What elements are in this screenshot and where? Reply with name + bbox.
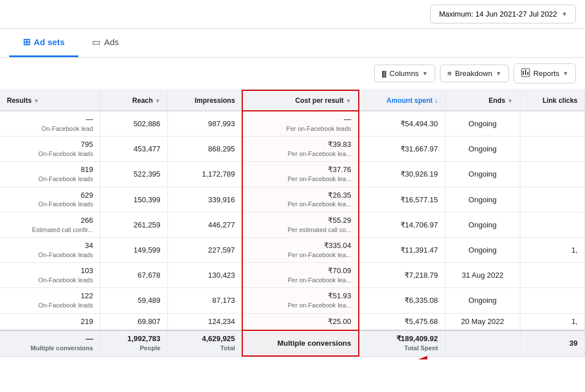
total-impressions: 4,629,925 Total bbox=[167, 330, 242, 356]
tab-ads-label: Ads bbox=[104, 37, 119, 47]
date-range-button[interactable]: Maximum: 14 Jun 2021-27 Jul 2022 ▼ bbox=[430, 5, 576, 23]
columns-chevron: ▼ bbox=[422, 70, 428, 77]
table-row: — On-Facebook lead 502,886 987,993 — Per… bbox=[0, 111, 585, 137]
table-row: 629 On-Facebook leads 150,399 339,916 ₹2… bbox=[0, 187, 585, 212]
tab-adsets-label: Ad sets bbox=[34, 37, 65, 47]
cell-reach: 150,399 bbox=[100, 187, 167, 212]
cell-impressions: 124,234 bbox=[167, 313, 242, 330]
tab-adsets[interactable]: ⊞ Ad sets bbox=[9, 29, 78, 57]
reports-icon bbox=[521, 68, 530, 79]
cell-reach: 67,678 bbox=[100, 263, 167, 288]
data-table: Results ▼ Reach ▼ Impressions Cost per r… bbox=[0, 90, 585, 357]
col-header-impressions[interactable]: Impressions bbox=[167, 90, 242, 111]
date-range-chevron: ▼ bbox=[562, 11, 567, 17]
cell-results: 819 On-Facebook leads bbox=[0, 162, 100, 187]
cell-amount-spent: ₹16,577.15 bbox=[359, 187, 445, 212]
cell-impressions: 446,277 bbox=[167, 212, 242, 237]
cell-reach: 502,886 bbox=[100, 111, 167, 137]
ads-icon: ▭ bbox=[92, 37, 101, 47]
columns-button[interactable]: ||| Columns ▼ bbox=[374, 65, 435, 82]
cell-link-clicks bbox=[520, 162, 584, 187]
cell-impressions: 339,916 bbox=[167, 187, 242, 212]
cell-amount-spent: ₹5,475.68 bbox=[359, 313, 445, 330]
total-results: — Multiple conversions bbox=[0, 330, 100, 356]
cell-reach: 522,395 bbox=[100, 162, 167, 187]
cell-results: — On-Facebook lead bbox=[0, 111, 100, 137]
cell-impressions: 87,173 bbox=[167, 288, 242, 313]
cell-link-clicks bbox=[520, 263, 584, 288]
cell-results: 266 Estimated call confir... bbox=[0, 212, 100, 237]
table-row: 122 On-Facebook leads 59,489 87,173 ₹51.… bbox=[0, 288, 585, 313]
tab-ads[interactable]: ▭ Ads bbox=[78, 29, 133, 57]
col-header-ends[interactable]: Ends ▼ bbox=[445, 90, 520, 111]
cell-ends: Ongoing bbox=[445, 288, 520, 313]
cell-amount-spent: ₹11,391.47 bbox=[359, 237, 445, 262]
cell-link-clicks bbox=[520, 288, 584, 313]
col-header-link-clicks[interactable]: Link clicks bbox=[520, 90, 584, 111]
svg-rect-1 bbox=[523, 71, 524, 75]
total-cost-per-result: Multiple conversions bbox=[242, 330, 358, 356]
reports-chevron: ▼ bbox=[563, 70, 568, 77]
toolbar: ||| Columns ▼ ≡ Breakdown ▼ Reports ▼ bbox=[0, 58, 585, 90]
cell-reach: 453,477 bbox=[100, 137, 167, 162]
cell-amount-spent: ₹54,494.30 bbox=[359, 111, 445, 137]
top-bar: Maximum: 14 Jun 2021-27 Jul 2022 ▼ bbox=[0, 0, 585, 29]
col-header-amount-spent[interactable]: Amount spent ↓ bbox=[359, 90, 445, 111]
date-range-label: Maximum: 14 Jun 2021-27 Jul 2022 bbox=[439, 10, 557, 18]
reports-label: Reports bbox=[534, 69, 560, 78]
cell-impressions: 1,172,789 bbox=[167, 162, 242, 187]
cell-impressions: 868,295 bbox=[167, 137, 242, 162]
cell-cost-per-result: ₹51.93 Per on-Facebook lea... bbox=[242, 288, 358, 313]
svg-rect-3 bbox=[527, 72, 528, 75]
cell-impressions: 130,423 bbox=[167, 263, 242, 288]
table-row: 795 On-Facebook leads 453,477 868,295 ₹3… bbox=[0, 137, 585, 162]
breakdown-button[interactable]: ≡ Breakdown ▼ bbox=[440, 65, 509, 82]
col-header-cost-per-result[interactable]: Cost per result ▼ bbox=[242, 90, 358, 111]
cell-amount-spent: ₹14,706.97 bbox=[359, 212, 445, 237]
cell-link-clicks bbox=[520, 111, 584, 137]
tabs-bar: ⊞ Ad sets ▭ Ads bbox=[0, 29, 585, 58]
adsets-icon: ⊞ bbox=[23, 37, 30, 47]
cell-amount-spent: ₹6,335.08 bbox=[359, 288, 445, 313]
cell-cost-per-result: ₹70.09 Per on-Facebook lea... bbox=[242, 263, 358, 288]
cell-impressions: 987,993 bbox=[167, 111, 242, 137]
cell-impressions: 227,597 bbox=[167, 237, 242, 262]
col-header-reach[interactable]: Reach ▼ bbox=[100, 90, 167, 111]
col-header-results[interactable]: Results ▼ bbox=[0, 90, 100, 111]
cell-cost-per-result: ₹55.29 Per estimated call co... bbox=[242, 212, 358, 237]
cell-results: 219 bbox=[0, 313, 100, 330]
cell-ends: Ongoing bbox=[445, 212, 520, 237]
breakdown-label: Breakdown bbox=[455, 69, 492, 78]
cell-link-clicks bbox=[520, 187, 584, 212]
cell-results: 103 On-Facebook leads bbox=[0, 263, 100, 288]
cell-ends: Ongoing bbox=[445, 237, 520, 262]
columns-icon: ||| bbox=[382, 69, 386, 78]
cell-link-clicks bbox=[520, 212, 584, 237]
cell-cost-per-result: ₹39.83 Per on-Facebook lea... bbox=[242, 137, 358, 162]
table-row: 34 On-Facebook leads 149,599 227,597 ₹33… bbox=[0, 237, 585, 262]
cell-reach: 59,489 bbox=[100, 288, 167, 313]
cell-ends: Ongoing bbox=[445, 187, 520, 212]
cell-reach: 261,259 bbox=[100, 212, 167, 237]
cell-ends: Ongoing bbox=[445, 137, 520, 162]
cell-reach: 69,807 bbox=[100, 313, 167, 330]
total-link-clicks: 39 bbox=[520, 330, 584, 356]
cell-link-clicks bbox=[520, 137, 584, 162]
cell-ends: Ongoing bbox=[445, 111, 520, 137]
table-row: 219 69,807 124,234 ₹25.00 ₹5,475.68 20 M… bbox=[0, 313, 585, 330]
table-row: 266 Estimated call confir... 261,259 446… bbox=[0, 212, 585, 237]
cell-cost-per-result: — Per on-Facebook leads bbox=[242, 111, 358, 137]
cell-ends: Ongoing bbox=[445, 162, 520, 187]
cell-results: 795 On-Facebook leads bbox=[0, 137, 100, 162]
cell-results: 629 On-Facebook leads bbox=[0, 187, 100, 212]
cell-ends: 20 May 2022 bbox=[445, 313, 520, 330]
cell-amount-spent: ₹7,218.79 bbox=[359, 263, 445, 288]
cell-link-clicks: 1, bbox=[520, 313, 584, 330]
reports-button[interactable]: Reports ▼ bbox=[514, 63, 576, 83]
breakdown-chevron: ▼ bbox=[496, 70, 502, 77]
cell-amount-spent: ₹30,926.19 bbox=[359, 162, 445, 187]
cell-amount-spent: ₹31,667.97 bbox=[359, 137, 445, 162]
cell-cost-per-result: ₹25.00 bbox=[242, 313, 358, 330]
cell-cost-per-result: ₹37.76 Per on-Facebook lea... bbox=[242, 162, 358, 187]
columns-label: Columns bbox=[390, 69, 419, 78]
